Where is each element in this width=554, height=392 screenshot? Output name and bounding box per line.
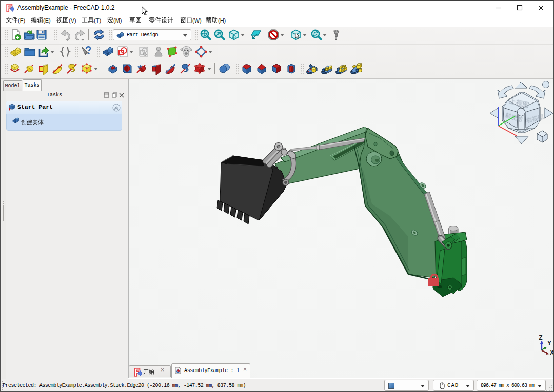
svg-text:X: X	[550, 349, 554, 356]
svg-text:Y: Y	[547, 340, 551, 347]
svg-text:Z: Z	[539, 334, 542, 341]
